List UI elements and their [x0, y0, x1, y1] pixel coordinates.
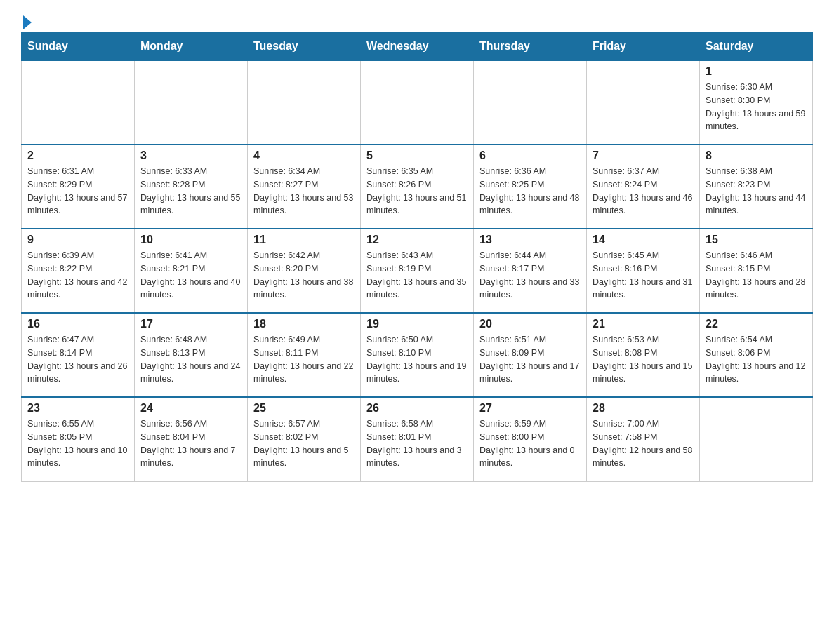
- day-info: Sunrise: 6:49 AM Sunset: 8:11 PM Dayligh…: [253, 333, 355, 386]
- day-number: 23: [27, 402, 128, 415]
- day-number: 8: [706, 149, 807, 162]
- calendar-cell: 4Sunrise: 6:34 AM Sunset: 8:27 PM Daylig…: [248, 145, 361, 229]
- day-number: 16: [27, 318, 128, 330]
- calendar-cell: 7Sunrise: 6:37 AM Sunset: 8:24 PM Daylig…: [587, 145, 700, 229]
- week-row-4: 16Sunrise: 6:47 AM Sunset: 8:14 PM Dayli…: [22, 313, 813, 397]
- calendar-cell: 1Sunrise: 6:30 AM Sunset: 8:30 PM Daylig…: [700, 60, 813, 145]
- day-info: Sunrise: 6:50 AM Sunset: 8:10 PM Dayligh…: [366, 333, 468, 386]
- day-info: Sunrise: 6:57 AM Sunset: 8:02 PM Dayligh…: [253, 417, 355, 470]
- day-info: Sunrise: 6:45 AM Sunset: 8:16 PM Dayligh…: [593, 249, 694, 302]
- day-info: Sunrise: 6:56 AM Sunset: 8:04 PM Dayligh…: [140, 417, 241, 470]
- day-number: 14: [593, 234, 694, 246]
- day-info: Sunrise: 6:54 AM Sunset: 8:06 PM Dayligh…: [706, 333, 807, 386]
- day-number: 5: [366, 149, 468, 162]
- day-info: Sunrise: 6:55 AM Sunset: 8:05 PM Dayligh…: [27, 417, 128, 470]
- day-info: Sunrise: 6:41 AM Sunset: 8:21 PM Dayligh…: [140, 249, 241, 302]
- day-number: 3: [140, 149, 241, 162]
- calendar-cell: [248, 60, 361, 145]
- day-number: 4: [253, 149, 355, 162]
- day-header-saturday: Saturday: [700, 33, 813, 61]
- calendar-cell: 17Sunrise: 6:48 AM Sunset: 8:13 PM Dayli…: [135, 313, 248, 397]
- page-header: [21, 14, 813, 25]
- calendar-cell: 12Sunrise: 6:43 AM Sunset: 8:19 PM Dayli…: [361, 229, 474, 313]
- day-info: Sunrise: 6:34 AM Sunset: 8:27 PM Dayligh…: [253, 165, 355, 217]
- calendar-cell: 8Sunrise: 6:38 AM Sunset: 8:23 PM Daylig…: [700, 145, 813, 229]
- day-header-thursday: Thursday: [474, 33, 587, 61]
- day-number: 10: [140, 234, 241, 246]
- day-number: 6: [479, 149, 581, 162]
- day-header-sunday: Sunday: [22, 33, 135, 61]
- calendar-cell: [22, 60, 135, 145]
- calendar-cell: 28Sunrise: 7:00 AM Sunset: 7:58 PM Dayli…: [587, 397, 700, 481]
- calendar-cell: [700, 397, 813, 481]
- calendar-cell: 22Sunrise: 6:54 AM Sunset: 8:06 PM Dayli…: [700, 313, 813, 397]
- calendar-cell: [474, 60, 587, 145]
- day-number: 22: [706, 318, 807, 330]
- calendar-cell: 19Sunrise: 6:50 AM Sunset: 8:10 PM Dayli…: [361, 313, 474, 397]
- week-row-5: 23Sunrise: 6:55 AM Sunset: 8:05 PM Dayli…: [22, 397, 813, 481]
- week-row-2: 2Sunrise: 6:31 AM Sunset: 8:29 PM Daylig…: [22, 145, 813, 229]
- day-info: Sunrise: 6:44 AM Sunset: 8:17 PM Dayligh…: [479, 249, 581, 302]
- day-number: 12: [366, 234, 468, 246]
- day-number: 28: [593, 402, 694, 415]
- calendar-cell: 6Sunrise: 6:36 AM Sunset: 8:25 PM Daylig…: [474, 145, 587, 229]
- calendar-cell: 3Sunrise: 6:33 AM Sunset: 8:28 PM Daylig…: [135, 145, 248, 229]
- day-number: 17: [140, 318, 241, 330]
- day-info: Sunrise: 6:37 AM Sunset: 8:24 PM Dayligh…: [593, 165, 694, 217]
- day-info: Sunrise: 7:00 AM Sunset: 7:58 PM Dayligh…: [593, 417, 694, 470]
- day-number: 11: [253, 234, 355, 246]
- calendar-cell: 18Sunrise: 6:49 AM Sunset: 8:11 PM Dayli…: [248, 313, 361, 397]
- days-of-week-row: SundayMondayTuesdayWednesdayThursdayFrid…: [22, 33, 813, 61]
- day-info: Sunrise: 6:38 AM Sunset: 8:23 PM Dayligh…: [706, 165, 807, 217]
- day-info: Sunrise: 6:53 AM Sunset: 8:08 PM Dayligh…: [593, 333, 694, 386]
- calendar-cell: 24Sunrise: 6:56 AM Sunset: 8:04 PM Dayli…: [135, 397, 248, 481]
- day-info: Sunrise: 6:35 AM Sunset: 8:26 PM Dayligh…: [366, 165, 468, 217]
- logo: [21, 14, 32, 25]
- day-info: Sunrise: 6:31 AM Sunset: 8:29 PM Dayligh…: [27, 165, 128, 217]
- calendar-cell: 25Sunrise: 6:57 AM Sunset: 8:02 PM Dayli…: [248, 397, 361, 481]
- calendar-cell: 16Sunrise: 6:47 AM Sunset: 8:14 PM Dayli…: [22, 313, 135, 397]
- day-info: Sunrise: 6:33 AM Sunset: 8:28 PM Dayligh…: [140, 165, 241, 217]
- day-info: Sunrise: 6:51 AM Sunset: 8:09 PM Dayligh…: [479, 333, 581, 386]
- calendar-table: SundayMondayTuesdayWednesdayThursdayFrid…: [21, 32, 813, 482]
- day-number: 7: [593, 149, 694, 162]
- day-info: Sunrise: 6:47 AM Sunset: 8:14 PM Dayligh…: [27, 333, 128, 386]
- day-info: Sunrise: 6:36 AM Sunset: 8:25 PM Dayligh…: [479, 165, 581, 217]
- calendar-cell: 15Sunrise: 6:46 AM Sunset: 8:15 PM Dayli…: [700, 229, 813, 313]
- day-header-wednesday: Wednesday: [361, 33, 474, 61]
- calendar-cell: 20Sunrise: 6:51 AM Sunset: 8:09 PM Dayli…: [474, 313, 587, 397]
- day-number: 15: [706, 234, 807, 246]
- logo-general-text: [21, 14, 32, 29]
- calendar-cell: [587, 60, 700, 145]
- day-number: 24: [140, 402, 241, 415]
- calendar-cell: 2Sunrise: 6:31 AM Sunset: 8:29 PM Daylig…: [22, 145, 135, 229]
- calendar-cell: 13Sunrise: 6:44 AM Sunset: 8:17 PM Dayli…: [474, 229, 587, 313]
- day-number: 2: [27, 149, 128, 162]
- day-info: Sunrise: 6:58 AM Sunset: 8:01 PM Dayligh…: [366, 417, 468, 470]
- logo-arrow-icon: [23, 15, 32, 29]
- day-number: 19: [366, 318, 468, 330]
- day-number: 26: [366, 402, 468, 415]
- day-header-friday: Friday: [587, 33, 700, 61]
- calendar-cell: 23Sunrise: 6:55 AM Sunset: 8:05 PM Dayli…: [22, 397, 135, 481]
- calendar-cell: 27Sunrise: 6:59 AM Sunset: 8:00 PM Dayli…: [474, 397, 587, 481]
- day-number: 25: [253, 402, 355, 415]
- day-info: Sunrise: 6:39 AM Sunset: 8:22 PM Dayligh…: [27, 249, 128, 302]
- calendar-cell: 21Sunrise: 6:53 AM Sunset: 8:08 PM Dayli…: [587, 313, 700, 397]
- calendar-cell: 5Sunrise: 6:35 AM Sunset: 8:26 PM Daylig…: [361, 145, 474, 229]
- day-info: Sunrise: 6:43 AM Sunset: 8:19 PM Dayligh…: [366, 249, 468, 302]
- day-info: Sunrise: 6:59 AM Sunset: 8:00 PM Dayligh…: [479, 417, 581, 470]
- calendar-cell: 9Sunrise: 6:39 AM Sunset: 8:22 PM Daylig…: [22, 229, 135, 313]
- day-number: 9: [27, 234, 128, 246]
- day-info: Sunrise: 6:48 AM Sunset: 8:13 PM Dayligh…: [140, 333, 241, 386]
- day-number: 20: [479, 318, 581, 330]
- calendar-cell: 14Sunrise: 6:45 AM Sunset: 8:16 PM Dayli…: [587, 229, 700, 313]
- day-number: 13: [479, 234, 581, 246]
- day-number: 1: [706, 65, 807, 78]
- calendar-cell: 11Sunrise: 6:42 AM Sunset: 8:20 PM Dayli…: [248, 229, 361, 313]
- week-row-3: 9Sunrise: 6:39 AM Sunset: 8:22 PM Daylig…: [22, 229, 813, 313]
- day-header-monday: Monday: [135, 33, 248, 61]
- day-info: Sunrise: 6:46 AM Sunset: 8:15 PM Dayligh…: [706, 249, 807, 302]
- calendar-cell: [361, 60, 474, 145]
- day-header-tuesday: Tuesday: [248, 33, 361, 61]
